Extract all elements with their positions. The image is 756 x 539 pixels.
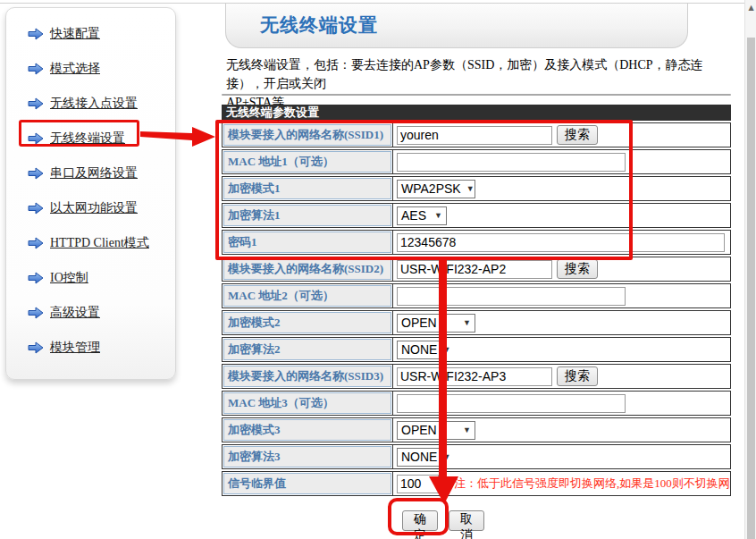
dropdown-caret-icon: ▼ [466,184,475,193]
sidebar-link[interactable]: 模块管理 [50,340,100,356]
table-row: 加密算法3 NONE ▼ [222,444,731,469]
table-row: 加密算法2 NONE ▼ [222,337,731,362]
sidebar-item-uart-settings[interactable]: 串口及网络设置 [6,156,175,190]
table-row: 加密算法1 AES ▼ [222,203,731,228]
ssid3-input[interactable] [397,367,552,386]
section-divider [222,94,731,96]
ssid2-search-button[interactable]: 搜索 [557,259,598,279]
encryption-algorithm3-select[interactable]: NONE ▼ [397,448,447,467]
sidebar-item-advanced[interactable]: 高级设置 [6,295,175,330]
dropdown-caret-icon: ▼ [434,211,442,220]
table-row: 模块要接入的网络名称(SSID1) 搜索 [222,122,731,147]
scrollbar-thumb[interactable] [747,38,755,539]
sidebar-item-io-control[interactable]: IO控制 [6,260,175,295]
table-row: 模块要接入的网络名称(SSID2) 搜索 [222,257,731,282]
encryption-algorithm2-select[interactable]: NONE ▼ [397,341,447,359]
blue-arrow-icon [28,63,44,75]
signal-threshold-note: 注：低于此信号强度即切换网络,如果是100则不切换网络 [454,476,730,492]
encryption-mode3-select[interactable]: OPEN ▼ [397,421,475,440]
row-label: 加密模式3 [223,419,391,441]
table-row: MAC 地址2（可选） [222,283,731,308]
signal-threshold-input[interactable] [397,475,439,493]
dropdown-caret-icon: ▼ [442,345,450,354]
sidebar-link[interactable]: 无线终端设置 [50,131,125,147]
row-label: 加密算法2 [223,339,391,360]
table-row: 信号临界值 注：低于此信号强度即切换网络,如果是100则不切换网络 [222,471,731,496]
cancel-button[interactable]: 取消 [449,510,484,531]
encryption-mode2-select[interactable]: OPEN ▼ [397,314,475,333]
blue-arrow-icon [28,307,44,319]
row-label: 加密算法3 [223,446,391,467]
blue-arrow-icon [28,132,44,145]
blue-arrow-icon [28,237,44,249]
row-label: 加密模式1 [223,178,391,199]
page-title: 无线终端设置 [226,4,687,38]
select-value: NONE [401,342,437,357]
table-row: MAC 地址3（可选） [222,391,731,416]
row-label: 信号临界值 [223,473,391,494]
blue-arrow-icon [28,341,44,354]
row-label: 模块要接入的网络名称(SSID1) [223,124,391,146]
table-row: 密码1 [222,230,731,255]
row-label: 模块要接入的网络名称(SSID3) [223,366,391,387]
sidebar-item-mode-select[interactable]: 模式选择 [6,51,175,86]
dropdown-caret-icon: ▼ [442,452,450,461]
encryption-mode1-select[interactable]: WPA2PSK ▼ [397,180,475,198]
sidebar-item-module-management[interactable]: 模块管理 [6,330,175,365]
scrollbar[interactable]: ▲ [744,0,756,539]
page-header-panel: 无线终端设置 [225,4,688,48]
encryption-algorithm1-select[interactable]: AES ▼ [397,206,447,225]
sidebar-link[interactable]: 串口及网络设置 [50,165,138,181]
row-label: MAC 地址1（可选） [223,151,391,173]
mac2-input[interactable] [397,287,626,306]
dropdown-caret-icon: ▼ [463,425,471,434]
page-description: 无线终端设置，包括：要去连接的AP参数（SSID，加密）及接入模式（DHCP，静… [226,55,735,112]
sidebar-link[interactable]: 无线接入点设置 [50,96,138,112]
table-row: MAC 地址1（可选） [222,149,731,174]
sidebar-item-ethernet-settings[interactable]: 以太网功能设置 [6,190,175,225]
row-label: 模块要接入的网络名称(SSID2) [223,258,391,280]
sta-parameter-table: 无线终端参数设置 模块要接入的网络名称(SSID1) 搜索 MAC 地址1（可选… [222,105,731,496]
sidebar-item-sta-settings[interactable]: 无线终端设置 [6,121,175,156]
row-label: 加密模式2 [223,312,391,333]
row-label: 密码1 [223,232,391,253]
table-row: 加密模式3 OPEN ▼ [222,417,731,442]
table-row: 加密模式1 WPA2PSK ▼ [222,176,731,201]
sidebar-link[interactable]: IO控制 [50,270,88,286]
row-label: MAC 地址3（可选） [223,392,391,414]
sidebar-item-httpd-client[interactable]: HTTPD Client模式 [6,225,175,260]
ssid3-search-button[interactable]: 搜索 [557,366,598,386]
select-value: NONE [401,450,437,464]
sidebar-link[interactable]: 快速配置 [50,26,100,42]
dropdown-caret-icon: ▼ [463,318,471,327]
row-label: 加密算法1 [223,205,391,226]
table-row: 模块要接入的网络名称(SSID3) 搜索 [222,364,731,389]
blue-arrow-icon [28,167,44,180]
mac1-input[interactable] [397,153,626,172]
description-line1: 无线终端设置，包括：要去连接的AP参数（SSID，加密）及接入模式（DHCP，静… [226,58,703,90]
password1-input[interactable] [397,233,725,252]
sidebar: 快速配置 模式选择 无线接入点设置 无线终端设置 串口及网络设置 以太网功能设置… [5,7,176,380]
scrollbar-up-icon[interactable]: ▲ [747,4,755,12]
select-value: OPEN [401,316,437,330]
table-header: 无线终端参数设置 [222,105,731,121]
blue-arrow-icon [28,272,44,284]
ssid2-input[interactable] [397,260,552,279]
blue-arrow-icon [28,28,44,40]
select-value: OPEN [401,423,437,437]
blue-arrow-icon [28,202,44,215]
blue-arrow-icon [28,97,44,110]
sidebar-item-ap-settings[interactable]: 无线接入点设置 [6,86,175,121]
mac3-input[interactable] [397,394,626,413]
sidebar-link[interactable]: HTTPD Client模式 [50,235,149,251]
ssid1-input[interactable] [397,126,552,145]
ok-button[interactable]: 确定 [402,510,438,531]
sidebar-link[interactable]: 以太网功能设置 [50,200,138,216]
ssid1-search-button[interactable]: 搜索 [557,125,598,145]
select-value: WPA2PSK [401,181,461,196]
sidebar-item-quick-config[interactable]: 快速配置 [6,16,175,51]
sidebar-link[interactable]: 高级设置 [50,305,100,321]
sidebar-link[interactable]: 模式选择 [50,61,100,77]
row-label: MAC 地址2（可选） [223,285,391,307]
table-row: 加密模式2 OPEN ▼ [222,310,731,335]
